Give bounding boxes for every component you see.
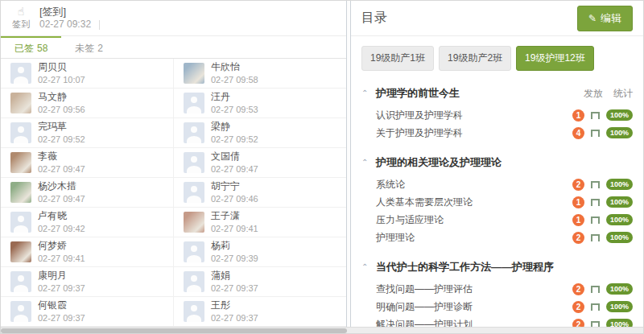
page-title: 目录	[361, 10, 387, 27]
section-header[interactable]: ⌃ 护理学的前世今生 发放 统计	[361, 86, 633, 101]
toc-item: 人类基本需要层次理论 1 100%	[376, 193, 633, 211]
toc-item-badges: 2 100%	[572, 232, 633, 244]
issue-count-badge[interactable]: 4	[572, 127, 584, 139]
section-header[interactable]: ⌃ 当代护士的科学工作方法——护理程序 发放 统计	[361, 260, 633, 274]
issue-count-badge[interactable]: 1	[572, 109, 584, 122]
student-list-item[interactable]: 周贝贝 02-27 10:07	[1, 59, 174, 89]
student-list-item[interactable]: 完玛草 02-27 09:52	[1, 118, 174, 148]
student-list-item[interactable]: 何梦娇 02-27 09:41	[1, 237, 174, 267]
toc-item-badges: 4 100%	[572, 127, 633, 139]
horizontal-scrollbar[interactable]	[1, 327, 643, 333]
student-info: 完玛草 02-27 09:52	[38, 121, 85, 145]
completion-percent-badge[interactable]: 100%	[606, 109, 633, 121]
completion-percent-badge[interactable]: 100%	[606, 301, 633, 312]
toc-item-title[interactable]: 护理理论	[376, 231, 415, 245]
student-name: 王彤	[211, 299, 258, 311]
issue-count-badge[interactable]: 2	[572, 301, 584, 313]
student-list-item[interactable]: 李薇 02-27 09:47	[1, 148, 174, 178]
student-avatar	[10, 271, 31, 292]
section-items: 查找问题——护理评估 2 100% 明确问题——护理诊断 2 100% 解决问题…	[361, 280, 633, 333]
student-avatar	[10, 152, 31, 173]
activity-time: 02-27 09:32	[39, 19, 100, 31]
student-list-item[interactable]: 康明月 02-27 09:37	[1, 267, 174, 297]
pencil-icon: ✎	[588, 14, 597, 23]
student-list-item[interactable]: 杨莉 02-27 09:39	[174, 237, 346, 267]
stats-chart-icon[interactable]	[591, 112, 600, 119]
student-list-item[interactable]: 卢有晓 02-27 09:42	[1, 208, 174, 237]
stats-chart-icon[interactable]	[591, 199, 600, 206]
student-sign-time: 02-27 09:56	[38, 104, 85, 115]
section-header[interactable]: ⌃ 护理的相关理论及护理理论 发放 统计	[361, 155, 633, 170]
toc-item-title[interactable]: 系统论	[376, 178, 405, 192]
student-list-item[interactable]: 杨沙木措 02-27 09:47	[1, 178, 174, 208]
toc-item-badges: 2 100%	[572, 179, 633, 191]
stats-chart-icon[interactable]	[591, 130, 600, 137]
tab-unsigned[interactable]: 未签2	[61, 36, 117, 58]
student-info: 杨莉 02-27 09:39	[211, 240, 258, 264]
issue-count-badge[interactable]: 2	[572, 179, 584, 191]
student-list-item[interactable]: 汪丹 02-27 09:53	[174, 89, 346, 118]
student-list-item[interactable]: 王子潇 02-27 09:41	[174, 208, 346, 237]
student-list-item[interactable]: 王彤 02-27 09:37	[174, 297, 346, 327]
toc-item-title[interactable]: 明确问题——护理诊断	[376, 300, 473, 314]
stats-chart-icon[interactable]	[591, 303, 600, 311]
edit-button[interactable]: ✎ 编辑	[577, 6, 633, 31]
student-avatar	[10, 93, 31, 113]
student-sign-time: 02-27 09:41	[38, 253, 85, 264]
completion-percent-badge[interactable]: 100%	[606, 196, 633, 208]
chevron-up-icon[interactable]: ⌃	[361, 262, 376, 272]
student-avatar	[10, 122, 31, 143]
toc-item-title[interactable]: 压力与适应理论	[376, 213, 444, 227]
class-tab[interactable]: 19级助产2班	[439, 46, 511, 71]
completion-percent-badge[interactable]: 100%	[606, 214, 633, 225]
student-sign-time: 02-27 09:37	[38, 282, 85, 294]
completion-percent-badge[interactable]: 100%	[606, 179, 633, 190]
toc-item-title[interactable]: 人类基本需要层次理论	[376, 196, 473, 209]
student-name: 卢有晓	[38, 210, 85, 221]
app-root: ☝ 签到 [签到] 02-27 09:32 已签58 未签2 周贝贝 0	[0, 0, 644, 334]
student-list-item[interactable]: 胡宁宁 02-27 09:46	[174, 178, 346, 208]
class-tab[interactable]: 19级护理12班	[516, 46, 594, 71]
student-avatar	[10, 241, 31, 262]
completion-percent-badge[interactable]: 100%	[606, 283, 633, 295]
toc-item: 压力与适应理论 1 100%	[376, 211, 633, 229]
scrollbar-thumb[interactable]	[1, 328, 347, 333]
student-name: 何梦娇	[38, 240, 85, 251]
student-avatar	[184, 93, 204, 113]
student-sign-time: 02-27 09:39	[211, 253, 258, 264]
student-list-item[interactable]: 何银霞 02-27 09:37	[1, 297, 174, 327]
toc-item-title[interactable]: 认识护理及护理学科	[376, 109, 463, 122]
issue-count-badge[interactable]: 1	[572, 214, 584, 226]
tab-signed[interactable]: 已签58	[1, 36, 61, 58]
toc-item: 明确问题——护理诊断 2 100%	[376, 298, 633, 315]
issue-count-badge[interactable]: 2	[572, 232, 584, 244]
stats-chart-icon[interactable]	[591, 181, 600, 188]
student-avatar	[184, 301, 204, 322]
student-sign-time: 02-27 09:37	[38, 312, 85, 324]
student-info: 王子潇 02-27 09:41	[211, 210, 258, 234]
student-list-item[interactable]: 牛欣怡 02-27 09:58	[174, 59, 346, 89]
student-list-item[interactable]: 蒲娟 02-27 09:37	[174, 267, 346, 297]
stats-chart-icon[interactable]	[591, 286, 600, 293]
toc-item-title[interactable]: 关于护理及护理学科	[376, 126, 463, 140]
chevron-up-icon[interactable]: ⌃	[361, 158, 376, 167]
stats-chart-icon[interactable]	[591, 216, 600, 224]
completion-percent-badge[interactable]: 100%	[606, 232, 633, 243]
issue-count-badge[interactable]: 2	[572, 283, 584, 295]
chevron-up-icon[interactable]: ⌃	[361, 89, 376, 98]
student-grid: 周贝贝 02-27 10:07 牛欣怡 02-27 09:58 马文静 02-2…	[1, 59, 346, 333]
student-avatar	[10, 63, 31, 84]
toc-item: 系统论 2 100%	[376, 175, 633, 193]
student-name: 蒲娟	[211, 270, 258, 281]
student-list-item[interactable]: 文国倩 02-27 09:47	[174, 148, 346, 178]
student-sign-time: 02-27 10:07	[38, 74, 85, 85]
class-tab[interactable]: 19级助产1班	[361, 46, 434, 71]
student-list-item[interactable]: 梁静 02-27 09:52	[174, 118, 346, 148]
issue-count-badge[interactable]: 1	[572, 196, 584, 208]
student-list-item[interactable]: 马文静 02-27 09:56	[1, 89, 174, 118]
student-info: 卢有晓 02-27 09:42	[38, 210, 85, 234]
toc-item-title[interactable]: 查找问题——护理评估	[376, 282, 473, 296]
sign-in-panel: ☝ 签到 [签到] 02-27 09:32 已签58 未签2 周贝贝 0	[1, 1, 347, 333]
completion-percent-badge[interactable]: 100%	[606, 127, 633, 138]
stats-chart-icon[interactable]	[591, 234, 600, 241]
